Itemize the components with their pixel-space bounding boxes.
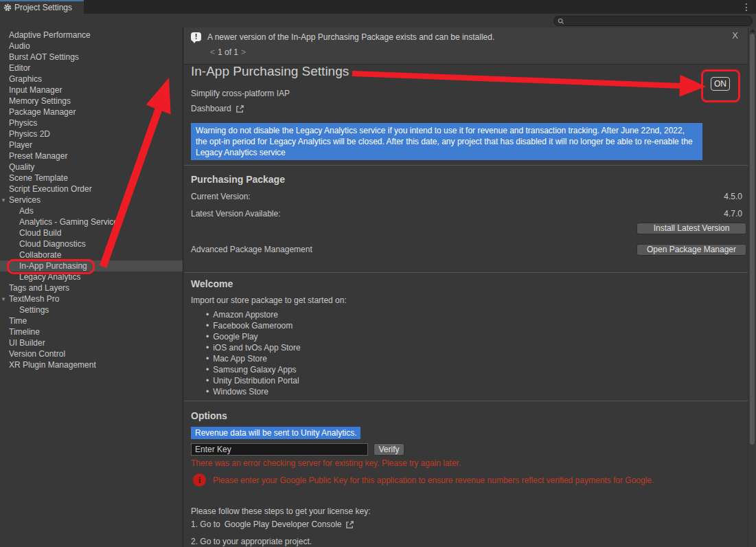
console-warning-icon: ! [191, 32, 201, 41]
list-item: Mac App Store [206, 353, 301, 364]
gear-icon [3, 3, 12, 12]
sidebar-item-package-manager[interactable]: Package Manager [0, 107, 183, 118]
sidebar-item-editor[interactable]: Editor [0, 63, 183, 74]
list-item: Unity Distribution Portal [206, 375, 301, 386]
list-item: Windows Store [206, 386, 301, 397]
sidebar-item-in-app-purchasing[interactable]: In-App Purchasing [0, 260, 183, 271]
sidebar-item-services[interactable]: ▼Services [0, 194, 183, 205]
update-notification-banner: ! A newer version of the In-App Purchasi… [184, 27, 748, 65]
sidebar-item-label: TextMesh Pro [9, 294, 59, 304]
toolbar [0, 14, 756, 27]
purchasing-package-heading: Purchasing Package [191, 174, 285, 185]
search-input[interactable] [564, 17, 752, 25]
welcome-intro: Import our store package to get started … [191, 295, 347, 305]
pager-next-icon[interactable]: > [238, 47, 249, 57]
legacy-analytics-warning-box: Warning do not disable the Legacy Analyt… [191, 123, 702, 160]
pager-count: 1 of 1 [218, 47, 238, 57]
error-info-icon: i [193, 473, 206, 487]
google-play-console-link[interactable]: Google Play Developer Console [225, 520, 342, 529]
sidebar-item-burst-aot[interactable]: Burst AOT Settings [0, 52, 183, 63]
list-item: Amazon Appstore [206, 309, 301, 320]
list-item: Facebook Gameroom [206, 320, 301, 331]
sidebar-item-player[interactable]: Player [0, 139, 183, 150]
notification-pager: <1 of 1> [207, 47, 249, 57]
title-bar: Project Settings ⋮ [0, 0, 756, 14]
foldout-triangle-icon[interactable]: ▼ [1, 195, 6, 206]
sidebar-item-tags-and-layers[interactable]: Tags and Layers [0, 282, 183, 293]
welcome-heading: Welcome [191, 278, 233, 289]
open-package-manager-button[interactable]: Open Package Manager [637, 244, 746, 256]
sidebar-item-audio[interactable]: Audio [0, 41, 183, 52]
options-heading: Options [191, 410, 227, 421]
sidebar-item-cloud-diagnostics[interactable]: Cloud Diagnostics [0, 238, 183, 249]
steps-intro: Please follow these steps to get your li… [191, 506, 370, 516]
step1-prefix: 1. Go to [191, 520, 220, 529]
section-divider [184, 272, 748, 273]
sidebar-item-ads[interactable]: Ads [0, 205, 183, 216]
sidebar-item-cloud-build[interactable]: Cloud Build [0, 227, 183, 238]
notification-message: A newer version of the In-App Purchasing… [207, 32, 494, 42]
latest-version-label: Latest Version Available: [191, 209, 281, 219]
sidebar-item-adaptive-performance[interactable]: Adaptive Performance [0, 30, 183, 41]
sidebar-item-collaborate[interactable]: Collaborate [0, 249, 183, 260]
annotation-arrowhead-on-button [679, 75, 706, 97]
revenue-note-highlight: Revenue data will be sent to Unity Analy… [191, 427, 360, 439]
sidebar-item-version-control[interactable]: Version Control [0, 348, 183, 359]
dashboard-link[interactable]: Dashboard [191, 104, 244, 113]
google-key-input[interactable] [191, 443, 368, 456]
sidebar-item-quality[interactable]: Quality [0, 161, 183, 172]
foldout-triangle-icon[interactable]: ▼ [1, 294, 6, 305]
sidebar-item-input-manager[interactable]: Input Manager [0, 85, 183, 96]
annotation-arrow-on-button [352, 74, 681, 86]
sidebar-item-preset-manager[interactable]: Preset Manager [0, 150, 183, 161]
kebab-menu-icon[interactable]: ⋮ [742, 1, 751, 13]
sidebar-item-graphics[interactable]: Graphics [0, 74, 183, 85]
vertical-scrollbar[interactable] [748, 27, 756, 547]
list-item: iOS and tvOs App Store [206, 342, 301, 353]
list-item: Samsung Galaxy Apps [206, 364, 301, 375]
sidebar-item-legacy-analytics[interactable]: Legacy Analytics [0, 271, 183, 282]
current-version-label: Current Version: [191, 192, 251, 201]
sidebar-item-label: Services [9, 195, 41, 205]
sidebar-item-scene-template[interactable]: Scene Template [0, 172, 183, 183]
sidebar-item-xr-plugin-management[interactable]: XR Plugin Management [0, 359, 183, 370]
page-title: In-App Purchasing Settings [191, 64, 349, 79]
google-key-error-text: Please enter your Google Public Key for … [213, 476, 654, 485]
sidebar-item-script-execution-order[interactable]: Script Execution Order [0, 183, 183, 194]
project-settings-window: Project Settings ⋮ Adaptive Performance … [0, 0, 756, 547]
advanced-package-management-label: Advanced Package Management [191, 245, 312, 254]
subtitle: Simplify cross-platform IAP [191, 89, 290, 98]
sidebar-item-tmp-settings[interactable]: Settings [0, 304, 183, 315]
server-error-text: There was an error checking server for e… [191, 458, 461, 468]
step2-text: 2. Go to your appropriate project. [191, 537, 312, 546]
sidebar-item-timeline[interactable]: Timeline [0, 326, 183, 337]
store-list: Amazon Appstore Facebook Gameroom Google… [206, 309, 301, 397]
sidebar-item-memory-settings[interactable]: Memory Settings [0, 96, 183, 107]
dashboard-link-label: Dashboard [191, 104, 231, 113]
sidebar-item-ui-builder[interactable]: UI Builder [0, 337, 183, 348]
current-version-value: 4.5.0 [724, 192, 742, 201]
tab-project-settings[interactable]: Project Settings [0, 0, 84, 14]
list-item: Google Play [206, 331, 301, 342]
sidebar-item-physics-2d[interactable]: Physics 2D [0, 129, 183, 139]
sidebar-item-time[interactable]: Time [0, 315, 183, 326]
iap-toggle-on-button[interactable]: ON [711, 77, 730, 91]
sidebar-item-textmesh-pro[interactable]: ▼TextMesh Pro [0, 293, 183, 304]
sidebar-item-physics[interactable]: Physics [0, 118, 183, 129]
external-link-icon [345, 520, 354, 529]
latest-version-value: 4.7.0 [724, 209, 742, 219]
scrollbar-thumb[interactable] [750, 34, 755, 445]
settings-sidebar: Adaptive Performance Audio Burst AOT Set… [0, 27, 183, 547]
pager-prev-icon[interactable]: < [207, 47, 218, 57]
close-icon[interactable]: X [732, 30, 738, 41]
verify-button[interactable]: Verify [374, 443, 404, 456]
step1-row: 1. Go to Google Play Developer Console [191, 520, 354, 529]
search-icon [558, 18, 564, 25]
section-divider [184, 401, 748, 401]
sidebar-item-analytics-gaming-services[interactable]: Analytics - Gaming Services [0, 216, 183, 227]
scroll-up-icon[interactable] [750, 29, 755, 32]
install-latest-version-button[interactable]: Install Latest Version [637, 223, 746, 234]
search-box[interactable] [553, 16, 753, 26]
sidebar-list: Adaptive Performance Audio Burst AOT Set… [0, 30, 183, 370]
tab-title: Project Settings [14, 3, 72, 12]
